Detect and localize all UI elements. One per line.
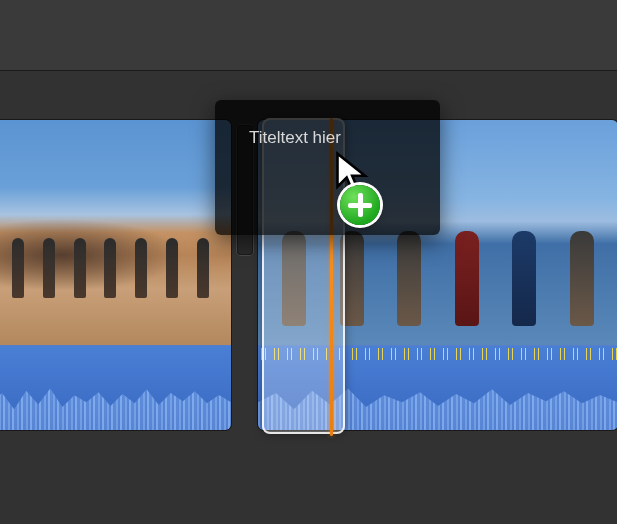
toolbar-area: [0, 0, 617, 70]
timeline[interactable]: [0, 120, 617, 430]
transition-handle[interactable]: [237, 125, 253, 255]
playhead[interactable]: [330, 118, 333, 436]
clip-audio-waveform[interactable]: [0, 345, 231, 430]
video-clip-1[interactable]: [0, 120, 231, 430]
clip-audio-waveform[interactable]: [258, 345, 617, 430]
toolbar-divider: [0, 70, 617, 71]
clip-thumbnail: [258, 120, 617, 345]
video-clip-2[interactable]: [258, 120, 617, 430]
clip-thumbnail: [0, 120, 231, 345]
